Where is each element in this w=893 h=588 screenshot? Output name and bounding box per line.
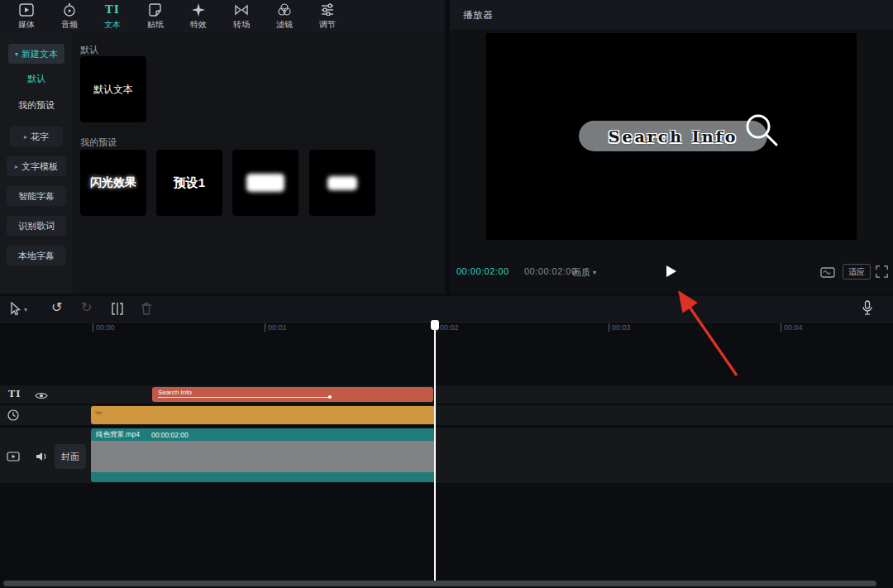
sidebar-item-label: 识别歌词	[18, 220, 55, 232]
nav-sticker-label: 贴纸	[147, 19, 164, 31]
caret-right-icon: ▸	[24, 133, 27, 141]
tile-preset-1[interactable]: 预设1	[156, 150, 222, 216]
nav-adjust[interactable]: 调节	[309, 3, 346, 31]
fit-button[interactable]: 适应	[843, 264, 871, 280]
undo-button[interactable]: ↺	[51, 301, 62, 314]
video-clip[interactable]: 纯色背景.mp4 00:00:02:00	[91, 428, 436, 482]
player-title: 播放器	[463, 8, 493, 22]
fullscreen-icon	[876, 265, 888, 278]
sticker-icon	[149, 3, 162, 17]
preset-tile-blob	[246, 174, 284, 192]
adjust-icon	[321, 3, 334, 17]
ruler-mark-4[interactable]: 00:04	[781, 323, 803, 332]
ruler-mark-0[interactable]: 00:00	[93, 323, 115, 332]
nav-text-label: 文本	[104, 19, 121, 31]
section-title-my-presets: 我的预设	[80, 136, 117, 149]
play-icon	[666, 265, 677, 278]
ruler-mark-1[interactable]: 00:01	[265, 323, 287, 332]
select-tool-icon	[10, 302, 21, 316]
tile-preset-2[interactable]	[232, 150, 298, 216]
nav-effects-label: 特效	[190, 19, 207, 31]
caret-down-icon: ▾	[593, 269, 596, 276]
text-sidebar: ▾ 新建文本 默认 我的预设 ▸ 花字 ▸ 文字模板 智能字幕 识别歌词 本地字…	[0, 33, 73, 294]
nav-filter-label: 滤镜	[276, 19, 293, 31]
preview-ratio-button[interactable]	[820, 267, 835, 278]
horizontal-scrollbar[interactable]	[3, 581, 876, 586]
text-track-icon: TI	[8, 389, 21, 399]
nav-media-label: 媒体	[18, 19, 35, 31]
delete-icon	[141, 303, 152, 315]
media-icon	[19, 3, 34, 17]
tile-default-text[interactable]: 默认文本	[80, 56, 146, 122]
nav-audio[interactable]: 音频	[51, 3, 88, 31]
tile-preset-flash[interactable]: 闪光效果	[80, 150, 146, 216]
split-button[interactable]	[111, 303, 124, 315]
preview-text: Search Info	[609, 127, 738, 146]
tile-preset-3[interactable]	[309, 150, 375, 216]
sidebar-item-local-subtitle[interactable]: 本地字幕	[7, 246, 66, 265]
select-tool-caret-icon[interactable]: ▾	[24, 306, 27, 313]
section-title-default: 默认	[80, 44, 98, 56]
toggle-visibility-button[interactable]	[35, 391, 48, 400]
effects-icon	[192, 3, 205, 17]
sidebar-item-text-template[interactable]: ▸ 文字模板	[7, 156, 66, 176]
split-icon	[111, 303, 124, 315]
quality-dropdown[interactable]: 画质 ▾	[572, 266, 596, 279]
text-clip[interactable]: Search Info	[152, 387, 433, 402]
fullscreen-button[interactable]	[876, 265, 888, 278]
playhead[interactable]	[434, 321, 436, 581]
sidebar-item-smart-subtitle[interactable]: 智能字幕	[7, 186, 66, 206]
video-clip-duration: 00:00:02:00	[151, 431, 189, 439]
video-clip-header: 纯色背景.mp4 00:00:02:00	[91, 428, 436, 441]
nav-media[interactable]: 媒体	[8, 3, 45, 31]
redo-button[interactable]: ↻	[81, 301, 92, 314]
sidebar-item-recognize-lyrics[interactable]: 识别歌词	[7, 216, 66, 236]
select-tool-button[interactable]	[10, 302, 21, 316]
nav-text[interactable]: TI 文本	[94, 3, 131, 31]
text-anim-duration-handle[interactable]	[328, 395, 332, 399]
ruler-mark-3[interactable]: 00:03	[609, 323, 631, 332]
speaker-icon	[35, 452, 48, 461]
delete-button[interactable]	[141, 303, 152, 315]
player-header: 播放器	[450, 0, 893, 30]
tile-label: 闪光效果	[90, 175, 136, 190]
text-library-panel: 默认 默认文本 我的预设 闪光效果 预设1	[73, 33, 445, 294]
ratio-icon	[820, 267, 835, 278]
sidebar-item-label: 花字	[31, 131, 49, 143]
cover-button[interactable]: 封面	[55, 444, 86, 469]
effect-clip[interactable]: ≈≈	[91, 406, 436, 424]
tile-label: 默认文本	[93, 83, 133, 97]
nav-transition-label: 转场	[233, 19, 250, 31]
nav-filter[interactable]: 滤镜	[266, 3, 303, 31]
magnifier-icon	[741, 109, 782, 151]
record-voiceover-button[interactable]	[862, 300, 873, 316]
effect-clip-marks-icon: ≈≈	[95, 409, 102, 417]
fit-label: 适应	[848, 266, 865, 278]
ruler-mark-2[interactable]: 00:02	[437, 323, 459, 332]
sidebar-item-fancy-text[interactable]: ▸ 花字	[10, 127, 63, 146]
sidebar-item-new-text[interactable]: ▾ 新建文本	[8, 44, 64, 64]
nav-effects[interactable]: 特效	[180, 3, 217, 31]
play-button[interactable]	[666, 265, 677, 278]
caret-right-icon: ▸	[15, 163, 18, 170]
timeline-toolbar	[0, 296, 893, 323]
sidebar-item-label: 新建文本	[21, 48, 58, 60]
nav-sticker[interactable]: 贴纸	[137, 3, 174, 31]
quality-label: 画质	[572, 266, 590, 279]
sidebar-item-my-presets[interactable]: 我的预设	[0, 99, 73, 112]
top-nav: 媒体 音频 TI 文本 贴纸 特效 转场	[0, 0, 445, 33]
text-icon: TI	[105, 3, 120, 17]
filter-icon	[278, 3, 291, 17]
total-timecode: 00:00:02:00	[524, 266, 577, 276]
sidebar-item-label: 文字模板	[21, 160, 58, 173]
sidebar-item-default[interactable]: 默认	[0, 73, 73, 85]
mute-track-button[interactable]	[35, 452, 48, 461]
text-clip-label: Search Info	[158, 389, 192, 396]
cover-button-label: 封面	[61, 451, 79, 463]
text-track-lane	[0, 385, 893, 404]
video-track-icon	[7, 452, 20, 461]
tile-label: 预设1	[174, 175, 205, 191]
mic-icon	[862, 300, 873, 316]
sidebar-item-label: 本地字幕	[18, 250, 55, 262]
nav-transition[interactable]: 转场	[223, 3, 260, 31]
